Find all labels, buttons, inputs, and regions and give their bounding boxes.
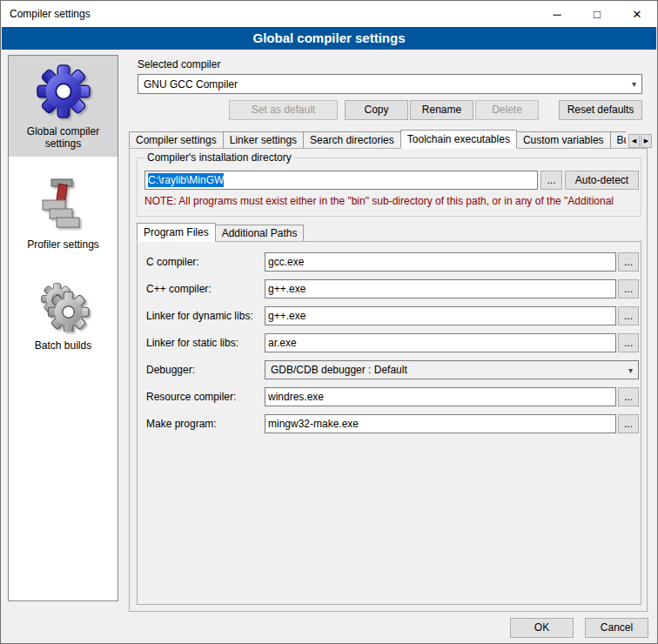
cpp-compiler-label: C++ compiler: [146, 279, 212, 299]
tab-custom-variables[interactable]: Custom variables [516, 131, 611, 149]
window-title: Compiler settings [1, 8, 91, 20]
main-panel: Selected compiler GNU GCC Compiler ▾ Set… [127, 50, 649, 616]
installation-directory-label: Compiler's installation directory [144, 151, 294, 164]
compiler-select[interactable]: GNU GCC Compiler ▾ [138, 74, 642, 94]
make-program-input[interactable] [265, 414, 616, 433]
field-row-resource-compiler: Resource compiler: ... [138, 387, 641, 406]
field-row-linker-static: Linker for static libs: ... [138, 333, 641, 352]
linker-dynamic-input[interactable] [265, 306, 616, 325]
settings-sidebar: Global compiler settings Profiler settin… [8, 55, 118, 601]
make-program-label: Make program: [146, 414, 217, 433]
linker-static-input[interactable] [265, 333, 616, 352]
browse-button[interactable]: ... [618, 279, 639, 299]
close-icon: ✕ [633, 8, 642, 21]
page-title: Global compiler settings [2, 27, 656, 50]
debugger-select-value: GDB/CDB debugger : Default [271, 364, 407, 376]
cancel-button[interactable]: Cancel [585, 618, 648, 638]
install-dir-selected-text: C:\raylib\MinGW [148, 173, 224, 187]
tab-build-options[interactable]: Buil [610, 131, 626, 149]
debugger-label: Debugger: [146, 360, 195, 379]
window-controls: ─ □ ✕ [537, 1, 657, 27]
c-compiler-input[interactable] [265, 252, 616, 272]
compiler-select-value: GNU GCC Compiler [144, 78, 238, 91]
installation-directory-group: Compiler's installation directory C:\ray… [137, 158, 641, 217]
c-compiler-label: C compiler: [146, 252, 199, 272]
install-dir-browse-button[interactable]: ... [540, 171, 562, 190]
bin-subdirectory-note: NOTE: All programs must exist either in … [144, 195, 639, 207]
tab-compiler-settings[interactable]: Compiler settings [129, 131, 224, 149]
sidebar-item-label: Batch builds [10, 339, 116, 352]
chevron-down-icon: ▾ [628, 366, 633, 375]
sidebar-item-batch-builds[interactable]: Batch builds [9, 270, 118, 359]
install-dir-input[interactable]: C:\raylib\MinGW [144, 171, 538, 190]
copy-button[interactable]: Copy [345, 100, 408, 120]
browse-button[interactable]: ... [618, 306, 639, 325]
chevron-down-icon: ▾ [632, 79, 636, 89]
minimize-icon: ─ [553, 8, 561, 21]
profiler-tool-icon [10, 176, 116, 233]
program-files-tabstrip: Program Files Additional Paths [137, 224, 304, 242]
tab-toolchain-executables[interactable]: Toolchain executables [400, 130, 517, 149]
blue-gear-icon [10, 63, 116, 120]
sidebar-item-label: Profiler settings [10, 238, 116, 251]
maximize-button[interactable]: □ [577, 1, 617, 27]
field-row-debugger: Debugger: GDB/CDB debugger : Default ▾ [138, 360, 641, 379]
resource-compiler-label: Resource compiler: [146, 387, 236, 406]
browse-button[interactable]: ... [618, 333, 639, 352]
reset-defaults-button[interactable]: Reset defaults [559, 100, 642, 120]
program-files-panel: C compiler: ... C++ compiler: ... Linker… [137, 241, 641, 605]
tab-scroll-buttons: ◀ ▶ [628, 134, 652, 148]
linker-dynamic-label: Linker for dynamic libs: [146, 306, 253, 325]
tab-scroll-right-icon[interactable]: ▶ [641, 134, 652, 148]
tab-linker-settings[interactable]: Linker settings [223, 131, 304, 149]
field-row-cpp-compiler: C++ compiler: ... [138, 279, 641, 299]
toolchain-executables-panel: Compiler's installation directory C:\ray… [129, 148, 648, 612]
minimize-button[interactable]: ─ [537, 1, 577, 27]
rename-button[interactable]: Rename [410, 100, 473, 120]
ok-button[interactable]: OK [510, 618, 574, 638]
browse-button[interactable]: ... [618, 252, 639, 272]
selected-compiler-label: Selected compiler [138, 58, 220, 70]
field-row-make-program: Make program: ... [138, 414, 641, 433]
tab-scroll-left-icon[interactable]: ◀ [628, 134, 640, 148]
close-button[interactable]: ✕ [617, 1, 657, 27]
field-row-linker-dynamic: Linker for dynamic libs: ... [138, 306, 641, 325]
linker-static-label: Linker for static libs: [146, 333, 238, 352]
delete-button[interactable]: Delete [475, 100, 539, 120]
tab-search-directories[interactable]: Search directories [303, 131, 401, 149]
sidebar-item-global-compiler-settings[interactable]: Global compiler settings [9, 56, 118, 157]
settings-tabstrip: Compiler settings Linker settings Search… [129, 130, 626, 149]
auto-detect-button[interactable]: Auto-detect [565, 171, 639, 190]
browse-button[interactable]: ... [618, 387, 639, 406]
compiler-settings-window: Compiler settings ─ □ ✕ Global compiler … [0, 0, 658, 644]
resource-compiler-input[interactable] [265, 387, 616, 406]
sidebar-item-label: Global compiler settings [10, 125, 116, 150]
gray-gears-icon [10, 277, 116, 334]
tab-additional-paths[interactable]: Additional Paths [215, 225, 305, 242]
set-as-default-button[interactable]: Set as default [229, 100, 338, 120]
sidebar-item-profiler-settings[interactable]: Profiler settings [9, 169, 118, 258]
cpp-compiler-input[interactable] [265, 279, 616, 299]
maximize-icon: □ [594, 8, 601, 21]
browse-button[interactable]: ... [618, 414, 639, 433]
titlebar: Compiler settings ─ □ ✕ [1, 1, 657, 27]
debugger-select[interactable]: GDB/CDB debugger : Default ▾ [265, 360, 639, 379]
tab-program-files[interactable]: Program Files [137, 223, 216, 242]
field-row-c-compiler: C compiler: ... [138, 252, 641, 272]
